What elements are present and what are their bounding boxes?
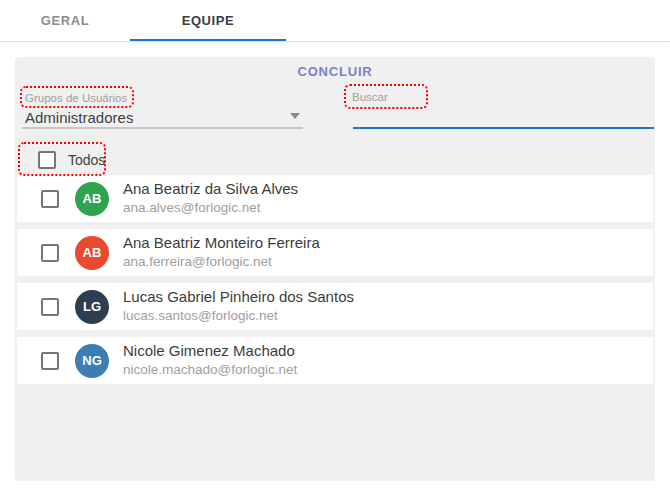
user-checkbox[interactable]: [41, 352, 59, 370]
user-row[interactable]: AB Ana Beatriz Monteiro Ferreira ana.fer…: [17, 229, 653, 276]
select-all-checkbox[interactable]: [38, 151, 56, 169]
user-avatar: LG: [75, 290, 109, 324]
user-name: Lucas Gabriel Pinheiro dos Santos: [123, 289, 354, 306]
user-groups-label: Grupos de Usuários: [25, 92, 303, 104]
user-list: AB Ana Beatriz da Silva Alves ana.alves@…: [17, 175, 653, 391]
user-row[interactable]: LG Lucas Gabriel Pinheiro dos Santos luc…: [17, 283, 653, 330]
tab-geral[interactable]: GERAL: [0, 0, 130, 41]
user-avatar: NG: [75, 344, 109, 378]
tab-bar: GERAL EQUIPE: [0, 0, 670, 42]
team-panel: CONCLUIR Grupos de Usuários Administrado…: [15, 57, 655, 481]
search-label: Buscar: [352, 91, 388, 103]
user-checkbox[interactable]: [41, 244, 59, 262]
tab-equipe-label: EQUIPE: [182, 13, 235, 28]
user-groups-value: Administradores: [25, 109, 303, 126]
user-checkbox[interactable]: [41, 190, 59, 208]
user-groups-select[interactable]: Grupos de Usuários Administradores: [25, 92, 303, 126]
user-email: nicole.machado@forlogic.net: [123, 363, 297, 378]
user-avatar: AB: [75, 236, 109, 270]
tab-equipe[interactable]: EQUIPE: [130, 0, 286, 41]
user-row[interactable]: NG Nicole Gimenez Machado nicole.machado…: [17, 337, 653, 384]
select-all-label: Todos: [68, 152, 105, 168]
select-all-row[interactable]: Todos: [38, 151, 105, 169]
concluir-button[interactable]: CONCLUIR: [15, 64, 655, 79]
active-tab-indicator: [130, 39, 286, 41]
dropdown-arrow-icon: [290, 113, 300, 119]
user-name: Nicole Gimenez Machado: [123, 343, 297, 360]
search-input[interactable]: [353, 103, 654, 129]
select-underline: [22, 127, 303, 129]
screen: GERAL EQUIPE CONCLUIR Grupos de Usuários…: [0, 0, 670, 498]
user-email: ana.ferreira@forlogic.net: [123, 255, 320, 270]
user-email: lucas.santos@forlogic.net: [123, 309, 354, 324]
user-name: Ana Beatriz Monteiro Ferreira: [123, 235, 320, 252]
user-checkbox[interactable]: [41, 298, 59, 316]
user-email: ana.alves@forlogic.net: [123, 201, 298, 216]
user-avatar: AB: [75, 182, 109, 216]
user-name: Ana Beatriz da Silva Alves: [123, 181, 298, 198]
user-row[interactable]: AB Ana Beatriz da Silva Alves ana.alves@…: [17, 175, 653, 222]
